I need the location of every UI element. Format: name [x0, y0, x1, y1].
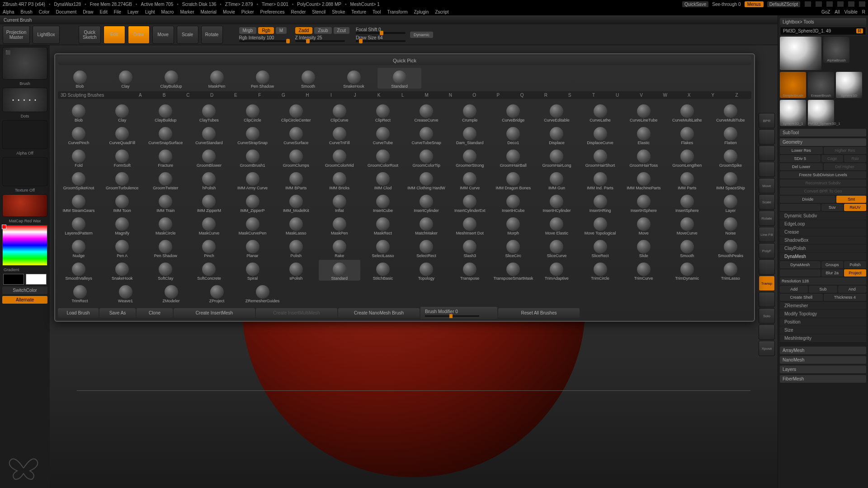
- brush-inserthring[interactable]: InsertHRing: [580, 192, 621, 213]
- vp-tool-polyf[interactable]: PolyF: [759, 243, 775, 258]
- brush-groomtwister[interactable]: GroomTwister: [145, 169, 186, 190]
- win-min-icon[interactable]: [805, 1, 811, 7]
- brush-blob[interactable]: Blob: [58, 102, 99, 122]
- alpha-G[interactable]: G: [272, 93, 296, 98]
- vp-tool-scale[interactable]: Scale: [759, 194, 775, 210]
- lightbox-button[interactable]: LightBox: [33, 26, 60, 44]
- brush-formsoft[interactable]: FormSoft: [101, 147, 143, 168]
- quicksave-button[interactable]: QuickSave: [682, 1, 708, 7]
- scale-button[interactable]: Scale: [177, 26, 198, 44]
- brush-groomhairshort[interactable]: GroomHairShort: [580, 147, 621, 168]
- brush-groomcolormid[interactable]: GroomColorMid: [319, 147, 360, 168]
- menu-color[interactable]: Color: [39, 9, 50, 14]
- vp-tool-transp[interactable]: Transp: [759, 276, 775, 291]
- brush-imm-curve[interactable]: IMM Curve: [449, 169, 491, 190]
- brush-creasecurve[interactable]: CreaseCurve: [406, 102, 447, 122]
- brush-smooth[interactable]: Smooth: [666, 237, 708, 258]
- menu-transform[interactable]: Transform: [387, 9, 407, 14]
- brush-elastic[interactable]: Elastic: [623, 124, 665, 145]
- brush-stitchbasic[interactable]: StitchBasic: [362, 260, 404, 281]
- menu-marker[interactable]: Marker: [180, 9, 194, 14]
- draw-button[interactable]: Draw: [128, 26, 150, 44]
- brush-clipcircle[interactable]: ClipCircle: [232, 102, 274, 122]
- brush-groomlengthen[interactable]: GroomLengthen: [666, 147, 708, 168]
- save-as-button[interactable]: Save As: [99, 308, 136, 318]
- vp-tool-slot3[interactable]: [759, 162, 775, 177]
- zcut-button[interactable]: Zcut: [334, 27, 349, 34]
- brush-morph[interactable]: Morph: [492, 215, 534, 235]
- brush-curvetube[interactable]: CurveTube: [362, 124, 404, 145]
- brush-imm-spaceship[interactable]: IMM SpaceShip: [710, 169, 751, 190]
- brush-maskrect[interactable]: MaskRect: [362, 215, 404, 235]
- brush-transposesmartmask[interactable]: TransposeSmartMask: [492, 260, 534, 281]
- menu-document[interactable]: Document: [56, 9, 77, 14]
- vp-tool-slot1[interactable]: [759, 129, 775, 145]
- stroke-thumbnail[interactable]: • • • • •: [2, 88, 47, 112]
- menu-render[interactable]: Render: [291, 9, 306, 14]
- brush-trimadaptive[interactable]: TrimAdaptive: [536, 260, 577, 281]
- alpha-L[interactable]: L: [391, 93, 415, 98]
- brush-inserthcube[interactable]: InsertHCube: [492, 192, 534, 213]
- alpha-B[interactable]: B: [152, 93, 176, 98]
- subtool-header[interactable]: SubTool: [780, 129, 866, 136]
- menu-stencil[interactable]: Stencil: [312, 9, 326, 14]
- brush-curvestrapsnap[interactable]: CurveStrapSnap: [232, 124, 274, 145]
- brush-selectrect[interactable]: SelectRect: [406, 237, 447, 258]
- brush-move-elastic[interactable]: Move Elastic: [536, 215, 577, 235]
- win-extra-icon[interactable]: [837, 1, 844, 7]
- brush-inflat[interactable]: Inflat: [319, 192, 360, 213]
- menu-movie[interactable]: Movie: [223, 9, 235, 14]
- brush-fold[interactable]: Fold: [58, 147, 99, 168]
- brush-smoothvalleys[interactable]: SmoothValleys: [58, 260, 99, 281]
- brush-insertsphere[interactable]: InsertSphere: [666, 192, 708, 213]
- switchcolor-button[interactable]: SwitchColor: [2, 286, 47, 294]
- menu-file[interactable]: File: [114, 9, 121, 14]
- brush-selectlasso[interactable]: SelectLasso: [362, 237, 404, 258]
- brush-fracture[interactable]: Fracture: [145, 147, 186, 168]
- vp-tool-slot9[interactable]: [759, 259, 775, 275]
- brush-transpose[interactable]: Transpose: [449, 260, 491, 281]
- menu-right-all[interactable]: All: [835, 9, 840, 14]
- menu-zscript[interactable]: Zscript: [435, 9, 448, 14]
- brush-curvelathe[interactable]: CurveLathe: [580, 102, 621, 122]
- m-button[interactable]: M: [276, 27, 287, 34]
- brush-matchmaker[interactable]: MatchMaker: [406, 215, 447, 235]
- edit-button[interactable]: Edit: [104, 26, 125, 44]
- brush-imm-bricks[interactable]: IMM Bricks: [319, 169, 360, 190]
- brush-movecurve[interactable]: MoveCurve: [666, 215, 708, 235]
- alpha-Q[interactable]: Q: [510, 93, 534, 98]
- brush-groomblower[interactable]: GroomBlower: [188, 147, 230, 168]
- del-lower-button[interactable]: Del Lower: [780, 163, 823, 170]
- zsub-button[interactable]: Zsub: [314, 27, 331, 34]
- alpha-V[interactable]: V: [629, 93, 653, 98]
- menu-preferences[interactable]: Preferences: [260, 9, 285, 14]
- brush-groomhairtoss[interactable]: GroomHairToss: [623, 147, 665, 168]
- brush-groomhairball[interactable]: GroomHairBall: [492, 147, 534, 168]
- create-insertmesh-button[interactable]: Create InsertMesh: [174, 308, 255, 318]
- alpha-X[interactable]: X: [677, 93, 701, 98]
- freeze-subdiv-button[interactable]: Freeze SubDivision Levels: [780, 171, 866, 178]
- brush-modifier-slider[interactable]: Brush Modifier 0: [420, 307, 497, 319]
- alpha-E[interactable]: E: [224, 93, 248, 98]
- tool-thumb[interactable]: Sphere3D: [836, 72, 862, 98]
- vp-tool-move[interactable]: Move: [759, 178, 775, 193]
- brush-pinch[interactable]: Pinch: [188, 237, 230, 258]
- alpha-H[interactable]: H: [295, 93, 319, 98]
- create-nanomesh-button[interactable]: Create NanoMesh Brush: [338, 308, 420, 318]
- move-button[interactable]: Move: [152, 26, 174, 44]
- quick-sketch-button[interactable]: Quick Sketch: [79, 26, 101, 44]
- brush-curvequadfill[interactable]: CurveQuadFill: [101, 124, 143, 145]
- brush-dam-standard[interactable]: Dam_Standard: [449, 124, 491, 145]
- brush-slicecirc[interactable]: SliceCirc: [492, 237, 534, 258]
- alpha-thumbnail[interactable]: [2, 120, 47, 149]
- brush-move-topological[interactable]: Move Topological: [580, 215, 621, 235]
- brush-weave1[interactable]: Weave1: [104, 282, 147, 303]
- brush-zmodeler[interactable]: ZModeler: [149, 282, 193, 303]
- menu-tool[interactable]: Tool: [373, 9, 381, 14]
- rotate-button[interactable]: Rotate: [201, 26, 223, 44]
- brush-curvemultilathe[interactable]: CurveMultiLathe: [666, 102, 708, 122]
- brush-imm-ind-parts[interactable]: IMM Ind. Parts: [580, 169, 621, 190]
- brush-imm-toon[interactable]: IMM Toon: [101, 192, 143, 213]
- color-picker[interactable]: [2, 225, 47, 266]
- quickpick-standard[interactable]: Standard: [377, 68, 421, 89]
